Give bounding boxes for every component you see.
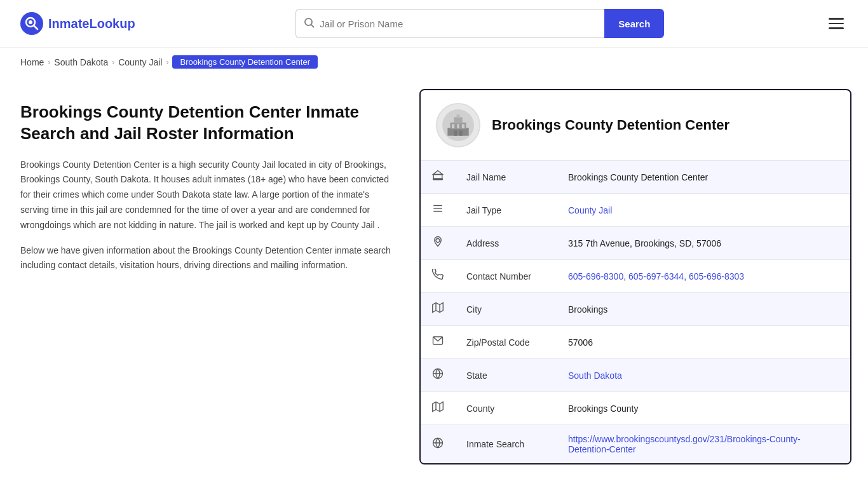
chevron-icon-3: › (166, 58, 168, 67)
row-label: Inmate Search (455, 425, 557, 464)
svg-rect-6 (447, 128, 468, 136)
row-value: 315 7th Avenue, Brookings, SD, 57006 (557, 227, 850, 260)
svg-rect-16 (433, 175, 442, 179)
row-link[interactable]: 605-696-8300, 605-697-6344, 605-696-8303 (568, 271, 744, 281)
svg-line-1 (34, 25, 37, 29)
row-icon (421, 227, 455, 260)
row-icon (421, 425, 455, 464)
row-label: Jail Name (455, 161, 557, 194)
row-label: Jail Type (455, 194, 557, 227)
row-link[interactable]: County Jail (568, 205, 612, 215)
site-header: InmateLookup Search (0, 0, 868, 48)
row-label: City (455, 293, 557, 326)
table-row: Zip/Postal Code57006 (421, 326, 850, 359)
row-icon (421, 293, 455, 326)
row-icon (421, 326, 455, 359)
hamburger-menu[interactable] (825, 14, 848, 33)
table-row: Inmate Searchhttps://www.brookingscounty… (421, 425, 850, 464)
breadcrumb: Home › South Dakota › County Jail › Broo… (0, 48, 868, 76)
svg-marker-28 (433, 402, 444, 412)
row-link[interactable]: https://www.brookingscountysd.gov/231/Br… (568, 434, 801, 454)
card-title: Brookings County Detention Center (492, 117, 729, 133)
table-row: CityBrookings (421, 293, 850, 326)
svg-marker-17 (433, 171, 443, 175)
table-row: Jail TypeCounty Jail (421, 194, 850, 227)
hamburger-line-2 (829, 23, 844, 25)
svg-marker-22 (433, 303, 444, 313)
table-row: CountyBrookings County (421, 392, 850, 425)
chevron-icon-2: › (112, 58, 114, 67)
row-icon (421, 194, 455, 227)
svg-rect-11 (457, 124, 459, 128)
row-label: State (455, 359, 557, 392)
search-bar: Search (295, 9, 664, 38)
row-label: Zip/Postal Code (455, 326, 557, 359)
row-link[interactable]: South Dakota (568, 370, 622, 381)
description-para-1: Brookings County Detention Center is a h… (20, 158, 399, 233)
table-row: Contact Number605-696-8300, 605-697-6344… (421, 260, 850, 293)
info-card: Brookings County Detention Center Jail N… (419, 89, 851, 464)
row-value: Brookings County Detention Center (557, 161, 850, 194)
table-row: Jail NameBrookings County Detention Cent… (421, 161, 850, 194)
search-input[interactable] (320, 18, 597, 29)
svg-point-2 (29, 20, 32, 24)
row-label: County (455, 392, 557, 425)
row-value[interactable]: County Jail (557, 194, 850, 227)
row-value[interactable]: https://www.brookingscountysd.gov/231/Br… (557, 425, 850, 464)
row-label: Contact Number (455, 260, 557, 293)
row-value[interactable]: South Dakota (557, 359, 850, 392)
row-value[interactable]: 605-696-8300, 605-697-6344, 605-696-8303 (557, 260, 850, 293)
row-icon (421, 260, 455, 293)
table-row: StateSouth Dakota (421, 359, 850, 392)
row-value: Brookings County (557, 392, 850, 425)
logo-text: InmateLookup (48, 17, 135, 31)
info-table: Jail NameBrookings County Detention Cent… (421, 161, 850, 463)
chevron-icon-1: › (48, 58, 50, 67)
row-icon (421, 161, 455, 194)
svg-rect-8 (454, 118, 462, 124)
breadcrumb-type[interactable]: County Jail (118, 57, 162, 67)
row-value: 57006 (557, 326, 850, 359)
left-column: Brookings County Detention Center Inmate… (0, 76, 419, 477)
facility-image (436, 103, 480, 147)
svg-rect-13 (454, 130, 457, 135)
breadcrumb-state[interactable]: South Dakota (54, 57, 108, 67)
main-content: Brookings County Detention Center Inmate… (0, 76, 868, 488)
row-label: Address (455, 227, 557, 260)
hamburger-line-1 (829, 18, 844, 20)
page-title: Brookings County Detention Center Inmate… (20, 102, 399, 145)
row-icon (421, 359, 455, 392)
right-column: Brookings County Detention Center Jail N… (419, 76, 868, 477)
row-icon (421, 392, 455, 425)
breadcrumb-current: Brookings County Detention Center (172, 55, 318, 69)
search-button[interactable]: Search (604, 9, 664, 38)
svg-rect-14 (459, 130, 463, 135)
card-header: Brookings County Detention Center (421, 90, 850, 161)
search-icon (304, 17, 315, 30)
description-para-2: Below we have given information about th… (20, 243, 399, 274)
table-row: Address315 7th Avenue, Brookings, SD, 57… (421, 227, 850, 260)
logo-icon (20, 12, 43, 35)
search-input-wrap (295, 9, 604, 38)
svg-line-4 (311, 24, 314, 27)
svg-point-21 (436, 239, 440, 243)
row-value: Brookings (557, 293, 850, 326)
svg-rect-10 (452, 124, 454, 128)
svg-rect-9 (457, 114, 460, 118)
svg-rect-12 (462, 124, 465, 128)
breadcrumb-home[interactable]: Home (20, 57, 44, 67)
hamburger-line-3 (829, 27, 844, 29)
logo-link[interactable]: InmateLookup (20, 12, 135, 35)
